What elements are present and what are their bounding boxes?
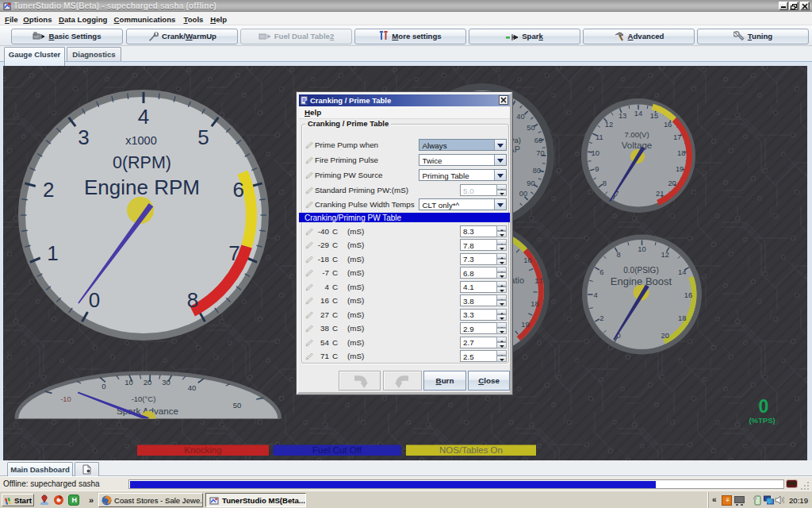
svg-text:9: 9 (595, 164, 599, 173)
svg-text:12: 12 (661, 250, 669, 259)
svg-text:4: 4 (138, 105, 149, 129)
svg-text:-10(°C): -10(°C) (132, 394, 156, 403)
svg-text:4: 4 (593, 291, 597, 299)
svg-text:7.00(V): 7.00(V) (624, 130, 649, 139)
svg-text:20: 20 (144, 378, 152, 387)
svg-text:0.0(PSIG): 0.0(PSIG) (623, 266, 658, 275)
svg-text:1: 1 (47, 241, 58, 265)
svg-text:90: 90 (527, 179, 534, 187)
svg-text:10: 10 (591, 148, 599, 157)
svg-text:8: 8 (617, 250, 621, 259)
svg-text:80: 80 (533, 167, 541, 175)
svg-text:40: 40 (516, 113, 524, 121)
svg-text:10: 10 (638, 244, 645, 253)
svg-text:14: 14 (678, 267, 686, 276)
svg-text:2: 2 (599, 314, 603, 322)
svg-text:0: 0 (102, 382, 105, 391)
svg-text:8: 8 (603, 179, 607, 187)
svg-text:8: 8 (187, 288, 198, 312)
svg-text:00: 00 (519, 190, 527, 198)
svg-text:0: 0 (89, 288, 100, 312)
svg-text:70: 70 (536, 149, 544, 157)
svg-text:19: 19 (676, 164, 684, 173)
svg-text:17: 17 (673, 133, 681, 141)
svg-text:7: 7 (228, 241, 239, 265)
svg-text:50: 50 (527, 124, 534, 132)
svg-text:18: 18 (678, 314, 686, 322)
svg-text:16: 16 (523, 256, 531, 264)
svg-text:0(RPM): 0(RPM) (113, 153, 171, 172)
svg-text:30: 30 (162, 378, 170, 387)
svg-text:18: 18 (530, 300, 538, 308)
svg-text:6: 6 (599, 267, 603, 276)
svg-text:18: 18 (677, 148, 685, 157)
svg-text:Fuel Cut Off: Fuel Cut Off (312, 445, 362, 455)
svg-text:17: 17 (534, 277, 542, 285)
svg-text:NOS/Tables On: NOS/Tables On (439, 445, 503, 455)
svg-text:50: 50 (233, 401, 242, 410)
svg-text:14: 14 (634, 109, 642, 117)
svg-text:20: 20 (668, 179, 676, 187)
svg-text:-10: -10 (60, 394, 71, 403)
svg-text:6: 6 (233, 178, 244, 202)
svg-text:11: 11 (596, 133, 603, 141)
svg-text:0: 0 (759, 396, 769, 417)
svg-text:Knocking: Knocking (184, 445, 221, 455)
svg-text:Engine RPM: Engine RPM (84, 175, 200, 199)
svg-text:3: 3 (78, 125, 89, 149)
svg-text:16: 16 (684, 291, 692, 299)
svg-text:13: 13 (619, 111, 626, 120)
svg-text:60: 60 (534, 137, 542, 144)
svg-text:16: 16 (664, 120, 672, 129)
svg-text:19: 19 (521, 321, 529, 329)
svg-text:20: 20 (661, 331, 669, 340)
svg-text:40: 40 (188, 383, 197, 392)
svg-text:10: 10 (124, 378, 133, 387)
svg-text:Voltage: Voltage (622, 140, 652, 150)
svg-text:21: 21 (656, 189, 664, 198)
svg-text:2: 2 (43, 178, 54, 202)
svg-text:(%TPS): (%TPS) (749, 416, 775, 425)
svg-text:5: 5 (197, 125, 209, 149)
svg-text:x1000: x1000 (125, 134, 157, 147)
svg-text:12: 12 (605, 120, 613, 129)
svg-text:15: 15 (650, 111, 658, 120)
